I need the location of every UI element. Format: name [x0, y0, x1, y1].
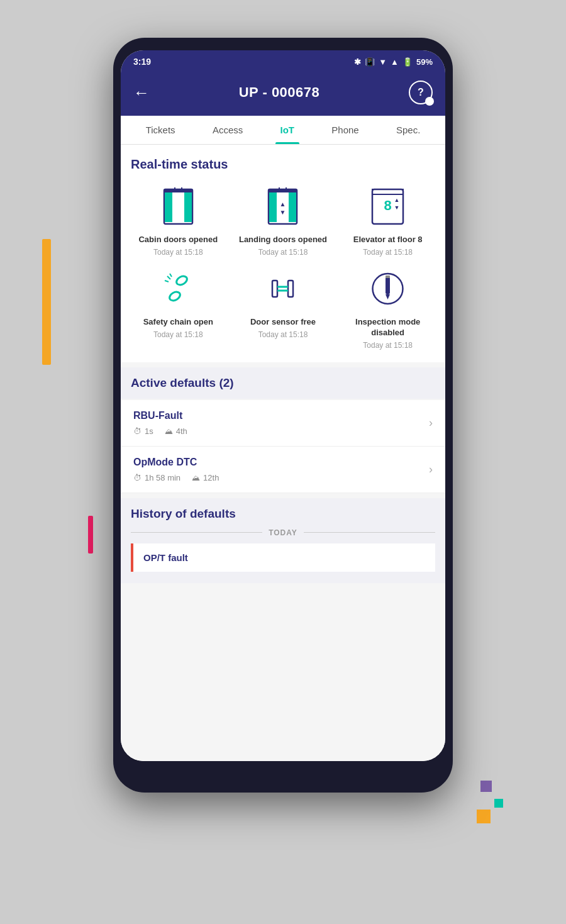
phone-frame: 3:19 ✱ 📳 ▼ ▲ 🔋 59% ← UP - 000678 ? Ticke…	[113, 38, 453, 793]
fault-item-opmode[interactable]: OpMode DTC ⏱ 1h 58 min ⛰ 12th ›	[121, 447, 445, 493]
battery-percent: 59%	[416, 57, 433, 67]
svg-text:▲: ▲	[394, 197, 400, 203]
clock-icon: ⏱	[133, 426, 142, 436]
purple-square-decoration	[480, 781, 492, 792]
header: ← UP - 000678 ?	[121, 73, 445, 116]
tab-access[interactable]: Access	[208, 116, 248, 144]
clock-icon-2: ⏱	[133, 473, 142, 482]
inspection-mode-time: Today at 15:18	[363, 341, 413, 350]
main-content: Real-time status	[121, 145, 445, 761]
pink-side-decoration	[88, 516, 93, 554]
date-line-left	[131, 532, 262, 533]
help-button[interactable]: ?	[409, 81, 433, 104]
status-safety-chain: Safety chain open Today at 15:18	[131, 267, 226, 350]
svg-line-21	[167, 276, 170, 279]
svg-rect-8	[289, 191, 296, 222]
history-fault-name: OP/T fault	[143, 552, 188, 563]
fault-rbu-duration: ⏱ 1s	[133, 426, 153, 436]
wifi-icon: ▼	[379, 57, 387, 67]
elevator-floor-time: Today at 15:18	[363, 248, 413, 257]
history-date-label: TODAY	[269, 528, 297, 537]
page-title: UP - 000678	[239, 84, 320, 101]
active-defaults-header: Active defaults (2)	[121, 367, 445, 399]
cabin-doors-label: Cabin doors opened	[138, 235, 218, 245]
fault-opmode-name: OpMode DTC	[133, 457, 219, 468]
status-bar: 3:19 ✱ 📳 ▼ ▲ 🔋 59%	[121, 50, 445, 73]
landing-door-icon: ▲ ▼	[261, 184, 305, 228]
stack-icon-2: ⛰	[192, 473, 200, 482]
chain-icon	[156, 267, 200, 311]
stack-icon: ⛰	[165, 426, 173, 436]
status-inspection-mode: Inspection mode disabled Today at 15:18	[340, 267, 435, 350]
svg-rect-25	[288, 281, 293, 297]
date-line-right	[304, 532, 435, 533]
svg-rect-31	[386, 276, 390, 278]
tab-tickets[interactable]: Tickets	[141, 116, 180, 144]
door-sensor-label: Door sensor free	[250, 317, 316, 328]
status-cabin-doors: Cabin doors opened Today at 15:18	[131, 184, 226, 257]
svg-rect-2	[184, 191, 192, 222]
phone-screen: 3:19 ✱ 📳 ▼ ▲ 🔋 59% ← UP - 000678 ? Ticke…	[121, 50, 445, 761]
realtime-status-section: Real-time status	[121, 145, 445, 362]
tab-bar: Tickets Access IoT Phone Spec.	[121, 116, 445, 145]
fault-item-rbu[interactable]: RBU-Fault ⏱ 1s ⛰ 4th ›	[121, 400, 445, 447]
svg-rect-29	[386, 277, 390, 294]
back-button[interactable]: ←	[133, 83, 150, 103]
fault-opmode-chevron: ›	[429, 463, 433, 476]
help-icon: ?	[418, 87, 424, 98]
history-date-divider: TODAY	[131, 528, 435, 537]
fault-opmode-meta: ⏱ 1h 58 min ⛰ 12th	[133, 473, 219, 482]
sensor-icon	[261, 267, 305, 311]
svg-rect-3	[164, 189, 192, 192]
status-grid: Cabin doors opened Today at 15:18	[131, 184, 435, 350]
teal-square-decoration	[494, 799, 503, 808]
landing-doors-label: Landing doors opened	[239, 235, 327, 245]
svg-rect-9	[269, 189, 297, 192]
fault-rbu-meta: ⏱ 1s ⛰ 4th	[133, 426, 187, 436]
yellow-side-decoration	[42, 239, 51, 365]
svg-point-20	[168, 291, 182, 303]
fault-item-rbu-content: RBU-Fault ⏱ 1s ⛰ 4th	[133, 410, 187, 436]
vibrate-icon: 📳	[365, 57, 375, 67]
status-landing-doors: ▲ ▼ Landing doors opened Today at 15:18	[236, 184, 331, 257]
svg-rect-1	[165, 191, 172, 222]
signal-icon: ▲	[391, 57, 399, 67]
safety-chain-time: Today at 15:18	[153, 330, 203, 339]
svg-marker-30	[386, 294, 390, 299]
status-time: 3:19	[133, 57, 151, 67]
svg-text:▲: ▲	[280, 201, 286, 208]
svg-line-23	[170, 274, 172, 277]
svg-text:▼: ▼	[394, 204, 400, 211]
tab-spec[interactable]: Spec.	[391, 116, 425, 144]
status-elevator-floor: 8 ▲ ▼ Elevator at floor 8 Today at 15:18	[340, 184, 435, 257]
inspection-mode-label: Inspection mode disabled	[340, 317, 435, 338]
svg-rect-7	[269, 191, 277, 222]
fault-opmode-duration: ⏱ 1h 58 min	[133, 473, 180, 482]
fault-item-opmode-content: OpMode DTC ⏱ 1h 58 min ⛰ 12th	[133, 457, 219, 482]
fault-rbu-name: RBU-Fault	[133, 410, 187, 421]
landing-doors-time: Today at 15:18	[258, 248, 308, 257]
svg-rect-24	[272, 281, 277, 297]
fault-rbu-count: ⛰ 4th	[165, 426, 187, 436]
svg-text:▼: ▼	[280, 209, 286, 216]
history-defaults-section: History of defaults TODAY OP/T fault	[121, 498, 445, 583]
elevator-icon: 8 ▲ ▼	[366, 184, 410, 228]
fault-rbu-chevron: ›	[429, 416, 433, 430]
svg-point-19	[175, 275, 189, 287]
cabin-door-icon	[156, 184, 200, 228]
svg-line-22	[165, 281, 169, 282]
yellow-square-decoration	[477, 810, 491, 823]
history-fault-op-t[interactable]: OP/T fault	[131, 543, 435, 572]
status-icons: ✱ 📳 ▼ ▲ 🔋 59%	[354, 57, 433, 67]
bluetooth-icon: ✱	[354, 57, 361, 67]
status-door-sensor: Door sensor free Today at 15:18	[236, 267, 331, 350]
inspection-icon	[366, 267, 410, 311]
tab-phone[interactable]: Phone	[326, 116, 363, 144]
fault-opmode-count: ⛰ 12th	[192, 473, 219, 482]
safety-chain-label: Safety chain open	[143, 317, 213, 328]
history-defaults-title: History of defaults	[131, 507, 435, 521]
svg-text:8: 8	[384, 198, 392, 213]
elevator-floor-label: Elevator at floor 8	[353, 235, 423, 245]
tab-iot[interactable]: IoT	[275, 116, 300, 144]
door-sensor-time: Today at 15:18	[258, 330, 308, 339]
